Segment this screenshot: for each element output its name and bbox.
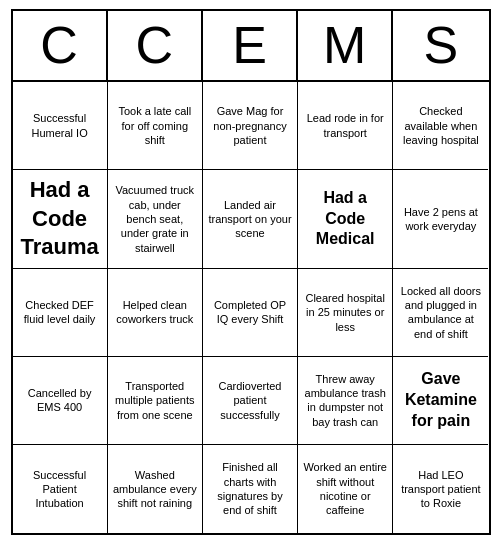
bingo-cell[interactable]: Had a Code Trauma [13, 170, 108, 269]
bingo-cell[interactable]: Locked all doors and plugged in ambulanc… [393, 269, 488, 357]
bingo-cell[interactable]: Lead rode in for transport [298, 82, 393, 170]
bingo-cell[interactable]: Successful Humeral IO [13, 82, 108, 170]
bingo-cell[interactable]: Checked DEF fluid level daily [13, 269, 108, 357]
bingo-header: CCEMS [13, 11, 489, 82]
bingo-cell[interactable]: Took a late call for off coming shift [108, 82, 203, 170]
bingo-letter: C [108, 11, 203, 80]
bingo-cell[interactable]: Had a Code Medical [298, 170, 393, 269]
bingo-letter: M [298, 11, 393, 80]
bingo-cell[interactable]: Transported multiple patients from one s… [108, 357, 203, 445]
bingo-letter: E [203, 11, 298, 80]
bingo-cell[interactable]: Completed OP IQ every Shift [203, 269, 298, 357]
bingo-cell[interactable]: Cancelled by EMS 400 [13, 357, 108, 445]
bingo-letter: S [393, 11, 488, 80]
bingo-cell[interactable]: Successful Patient Intubation [13, 445, 108, 533]
bingo-card: CCEMS Successful Humeral IOTook a late c… [11, 9, 491, 535]
bingo-cell[interactable]: Gave Ketamine for pain [393, 357, 488, 445]
bingo-cell[interactable]: Helped clean coworkers truck [108, 269, 203, 357]
bingo-cell[interactable]: Vacuumed truck cab, under bench seat, un… [108, 170, 203, 269]
bingo-cell[interactable]: Cleared hospital in 25 minutes or less [298, 269, 393, 357]
bingo-cell[interactable]: Had LEO transport patient to Roxie [393, 445, 488, 533]
bingo-cell[interactable]: Landed air transport on your scene [203, 170, 298, 269]
bingo-cell[interactable]: Washed ambulance every shift not raining [108, 445, 203, 533]
bingo-cell[interactable]: Gave Mag for non-pregnancy patient [203, 82, 298, 170]
bingo-cell[interactable]: Cardioverted patient successfully [203, 357, 298, 445]
bingo-cell[interactable]: Finished all charts with signatures by e… [203, 445, 298, 533]
bingo-cell[interactable]: Threw away ambulance trash in dumpster n… [298, 357, 393, 445]
bingo-cell[interactable]: Worked an entire shift without nicotine … [298, 445, 393, 533]
bingo-cell[interactable]: Have 2 pens at work everyday [393, 170, 488, 269]
bingo-cell[interactable]: Checked available when leaving hospital [393, 82, 488, 170]
bingo-grid: Successful Humeral IOTook a late call fo… [13, 82, 489, 533]
bingo-letter: C [13, 11, 108, 80]
